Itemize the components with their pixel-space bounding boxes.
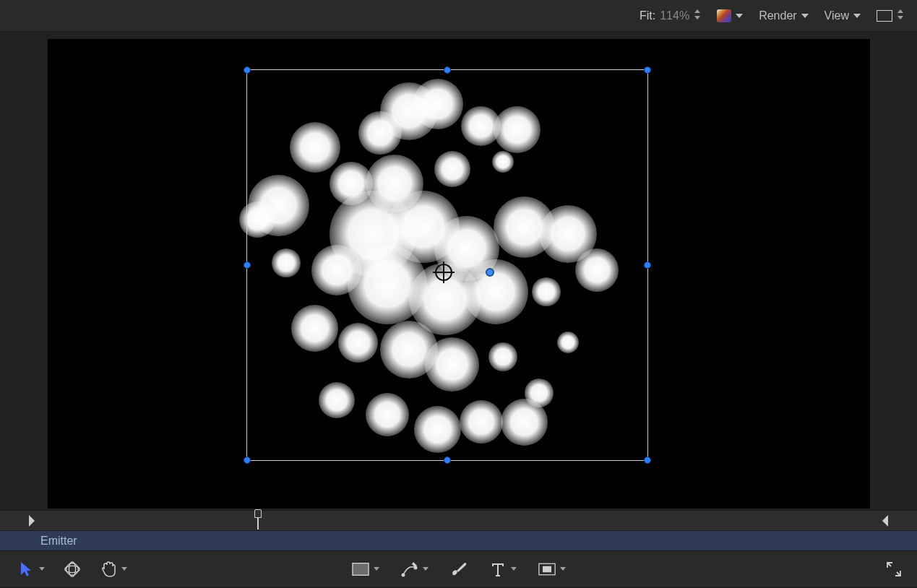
selection-handle[interactable] [644,457,651,464]
fit-label: Fit: [640,9,655,22]
particle-blob [358,111,402,155]
particle-blob [460,400,503,444]
render-menu[interactable]: Render [759,9,808,22]
particle-blob [413,79,463,129]
range-end-marker[interactable] [882,515,888,527]
playhead[interactable] [254,509,262,529]
particle-blob [366,393,409,436]
selection-handle[interactable] [244,261,251,269]
particle-blob [290,122,340,173]
chevron-down-icon [853,14,861,18]
pointer-icon [17,561,35,578]
render-label: Render [759,9,796,22]
particle-blob [492,151,514,173]
text-tool[interactable] [489,561,517,578]
selection-handle[interactable] [644,261,651,269]
particle-blob [557,332,579,353]
bottom-toolbar [0,550,917,587]
stepper-icon [897,9,904,22]
track-label-row[interactable]: Emitter [0,530,917,550]
particle-blob [319,382,355,418]
selection-handle[interactable] [644,66,651,74]
particle-blob [532,277,561,306]
chevron-down-icon [374,567,379,571]
pen-tool[interactable] [401,561,429,578]
color-channel-menu[interactable] [717,9,743,22]
fit-zoom-control[interactable]: Fit: 114% [640,9,701,22]
3d-transform-icon [64,561,81,578]
chevron-down-icon [511,567,517,571]
layout-rect-icon [877,10,892,22]
svg-rect-8 [543,566,551,572]
mask-tool[interactable] [538,561,566,578]
particle-blob [338,323,378,363]
chevron-down-icon [423,567,429,571]
particle-blob [272,248,301,277]
select-tool[interactable] [17,561,45,578]
layout-menu[interactable] [877,9,904,22]
mini-timeline[interactable] [0,510,917,530]
3d-transform-tool[interactable] [64,561,81,578]
selection-handle[interactable] [444,66,451,74]
rotation-handle[interactable] [486,268,494,277]
chevron-down-icon [736,14,743,18]
particle-blob [414,406,461,453]
view-menu[interactable]: View [825,9,861,22]
paint-stroke-tool[interactable] [450,561,468,578]
particle-blob [575,248,619,292]
rectangle-tool-icon [352,561,369,578]
particle-blob [239,202,275,238]
anchor-point-icon[interactable] [435,264,452,281]
expand-icon [885,561,903,578]
chevron-down-icon [39,567,45,571]
selection-handle[interactable] [444,457,451,464]
stepper-icon [694,9,701,22]
selection-handle[interactable] [244,66,251,74]
view-label: View [825,9,849,22]
playhead-stem [257,518,259,529]
expand-viewer-button[interactable] [885,561,903,578]
hand-icon [100,561,117,578]
particle-blob [291,305,338,352]
color-swatch-icon [717,9,731,22]
fit-value: 114% [660,9,689,22]
particle-blob [425,337,479,392]
chevron-down-icon [801,14,809,18]
svg-point-2 [64,561,80,577]
mask-tool-icon [538,561,556,578]
center-tool-group [352,561,566,578]
shape-tool[interactable] [352,561,379,578]
text-tool-icon [489,561,507,578]
particle-blob [434,151,470,187]
pen-tool-icon [401,561,418,578]
chevron-down-icon [121,567,127,571]
svg-rect-4 [352,563,368,575]
particle-blob [494,106,541,153]
playhead-icon [254,509,262,518]
viewport[interactable] [48,39,870,509]
range-start-marker[interactable] [29,515,35,527]
viewer-top-bar: Fit: 114% Render View [0,0,917,32]
canvas-area [0,32,917,510]
hand-tool[interactable] [100,561,127,578]
particle-blob [525,379,554,407]
brush-tool-icon [450,561,468,578]
svg-point-5 [401,573,405,576]
selection-handle[interactable] [244,457,251,464]
chevron-down-icon [560,567,566,571]
particle-blob [488,342,517,371]
track-label: Emitter [40,535,77,548]
particle-blob [463,259,528,324]
